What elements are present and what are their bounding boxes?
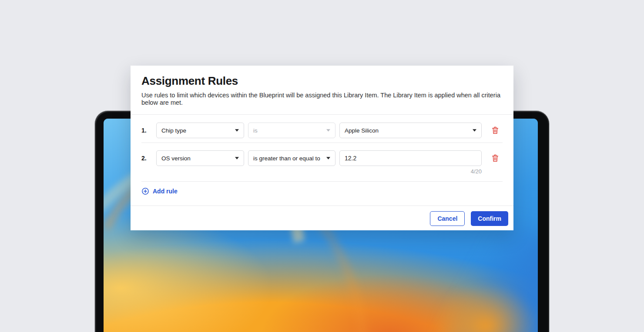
rule2-operator-value: is greater than or equal to <box>253 155 320 162</box>
rule1-value: Apple Silicon <box>345 127 379 134</box>
dialog-title: Assignment Rules <box>141 74 503 87</box>
rule1-value-select[interactable]: Apple Silicon <box>339 123 482 138</box>
wallpaper-corner-glow <box>412 267 538 332</box>
rule2-delete-button[interactable] <box>491 153 500 163</box>
rule-row-2: 2. OS version is greater than or equal t… <box>141 150 503 166</box>
rule2-value-input[interactable] <box>339 150 482 166</box>
rule-index-label: 1. <box>141 127 156 134</box>
add-rule-button[interactable]: Add rule <box>141 187 178 196</box>
caret-down-icon <box>235 129 239 132</box>
rule1-delete-button[interactable] <box>491 126 500 135</box>
caret-down-icon <box>326 157 330 159</box>
divider <box>141 181 503 182</box>
rule1-attribute-value: Chip type <box>161 127 186 134</box>
add-rule-label: Add rule <box>153 188 178 195</box>
confirm-button[interactable]: Confirm <box>471 211 508 226</box>
rule-index-label: 2. <box>141 155 156 162</box>
dialog-description: Use rules to limit which devices within … <box>141 92 503 106</box>
trash-icon <box>491 154 499 163</box>
rule1-operator-value: is <box>253 127 258 134</box>
cancel-button[interactable]: Cancel <box>430 211 465 226</box>
divider <box>131 114 513 115</box>
char-counter: 4/20 <box>141 168 482 175</box>
rule2-attribute-select[interactable]: OS version <box>156 150 244 166</box>
rule-row-1: 1. Chip type is Apple Silicon <box>141 123 503 138</box>
dialog-footer: Cancel Confirm <box>131 206 513 231</box>
divider <box>141 143 503 143</box>
rule2-operator-select[interactable]: is greater than or equal to <box>248 150 335 166</box>
rule1-attribute-select[interactable]: Chip type <box>156 123 244 138</box>
rule2-attribute-value: OS version <box>161 155 191 162</box>
trash-icon <box>491 126 499 135</box>
caret-down-icon <box>326 129 330 132</box>
plus-circle-icon <box>141 187 149 195</box>
assignment-rules-dialog: Assignment Rules Use rules to limit whic… <box>131 66 513 230</box>
rule1-operator-select: is <box>248 123 335 138</box>
caret-down-icon <box>473 129 476 132</box>
caret-down-icon <box>235 157 239 159</box>
